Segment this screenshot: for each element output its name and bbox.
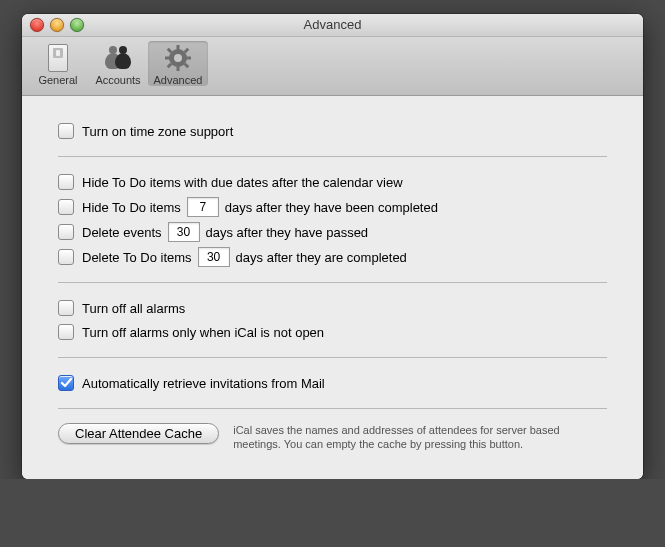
- checkbox-auto-retrieve-mail[interactable]: [58, 375, 74, 391]
- separator: [58, 282, 607, 283]
- option-auto-retrieve-mail: Automatically retrieve invitations from …: [58, 372, 607, 394]
- option-delete-events: Delete events 30 days after they have pa…: [58, 221, 607, 243]
- checkbox-turn-off-alarms-not-open[interactable]: [58, 324, 74, 340]
- toolbar-item-accounts[interactable]: Accounts: [88, 41, 148, 86]
- svg-rect-1: [177, 45, 180, 50]
- input-hide-completed-days[interactable]: 7: [187, 197, 219, 217]
- checkbox-turn-off-all-alarms[interactable]: [58, 300, 74, 316]
- accounts-icon: [88, 43, 148, 73]
- titlebar[interactable]: Advanced: [22, 14, 643, 37]
- checkbox-hide-todo-after-view[interactable]: [58, 174, 74, 190]
- input-delete-events-days[interactable]: 30: [168, 222, 200, 242]
- label-hide-completed-post: days after they have been completed: [225, 200, 438, 215]
- window-controls: [30, 18, 84, 32]
- label-hide-completed-pre: Hide To Do items: [82, 200, 181, 215]
- label-delete-todo-pre: Delete To Do items: [82, 250, 192, 265]
- toolbar-item-general[interactable]: General: [28, 41, 88, 86]
- toolbar-label: Advanced: [148, 74, 208, 86]
- checkbox-hide-completed-todo[interactable]: [58, 199, 74, 215]
- label-turn-off-all-alarms: Turn off all alarms: [82, 301, 185, 316]
- zoom-window-button[interactable]: [70, 18, 84, 32]
- toolbar-label: Accounts: [88, 74, 148, 86]
- option-timezone-support: Turn on time zone support: [58, 120, 607, 142]
- toolbar-item-advanced[interactable]: Advanced: [148, 41, 208, 86]
- content-pane: Turn on time zone support Hide To Do ite…: [22, 96, 643, 479]
- separator: [58, 357, 607, 358]
- toolbar: General Accounts: [22, 37, 643, 96]
- input-delete-todo-days[interactable]: 30: [198, 247, 230, 267]
- minimize-window-button[interactable]: [50, 18, 64, 32]
- label-timezone-support: Turn on time zone support: [82, 124, 233, 139]
- svg-rect-2: [177, 66, 180, 71]
- svg-point-9: [174, 54, 182, 62]
- option-turn-off-all-alarms: Turn off all alarms: [58, 297, 607, 319]
- close-window-button[interactable]: [30, 18, 44, 32]
- label-delete-events-pre: Delete events: [82, 225, 162, 240]
- switch-icon: [28, 43, 88, 73]
- checkbox-delete-todo[interactable]: [58, 249, 74, 265]
- clear-attendee-cache-button[interactable]: Clear Attendee Cache: [58, 423, 219, 444]
- option-turn-off-alarms-not-open: Turn off alarms only when iCal is not op…: [58, 321, 607, 343]
- svg-rect-4: [186, 57, 191, 60]
- option-delete-todo: Delete To Do items 30 days after they ar…: [58, 246, 607, 268]
- checkbox-timezone-support[interactable]: [58, 123, 74, 139]
- toolbar-label: General: [28, 74, 88, 86]
- label-delete-todo-post: days after they are completed: [236, 250, 407, 265]
- separator: [58, 408, 607, 409]
- attendee-cache-section: Clear Attendee Cache iCal saves the name…: [58, 423, 607, 451]
- attendee-cache-help-text: iCal saves the names and addresses of at…: [233, 423, 573, 451]
- checkbox-delete-events[interactable]: [58, 224, 74, 240]
- preferences-window: Advanced General Accounts: [22, 14, 643, 479]
- window-title: Advanced: [304, 17, 362, 32]
- svg-rect-3: [165, 57, 170, 60]
- separator: [58, 156, 607, 157]
- gear-icon: [148, 43, 208, 73]
- label-hide-todo-after-view: Hide To Do items with due dates after th…: [82, 175, 403, 190]
- label-turn-off-alarms-not-open: Turn off alarms only when iCal is not op…: [82, 325, 324, 340]
- option-hide-todo-after-view: Hide To Do items with due dates after th…: [58, 171, 607, 193]
- option-hide-completed-todo: Hide To Do items 7 days after they have …: [58, 196, 607, 218]
- label-delete-events-post: days after they have passed: [206, 225, 369, 240]
- label-auto-retrieve-mail: Automatically retrieve invitations from …: [82, 376, 325, 391]
